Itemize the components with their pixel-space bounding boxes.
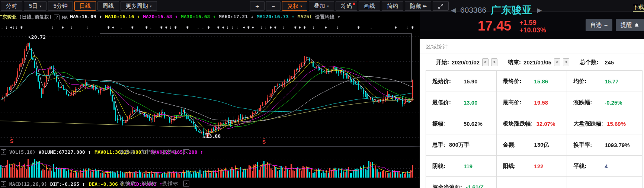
stat-label: 阳线:: [503, 163, 534, 170]
stat-label: 换手率:: [573, 141, 605, 149]
updown-arrow-icon: ↕: [13, 25, 15, 29]
tab-5day[interactable]: 5日▾: [24, 1, 47, 11]
last-price: 17.45: [478, 19, 511, 33]
action-hide[interactable]: 隐藏▶▶: [405, 1, 431, 11]
action-overlay[interactable]: 叠加▾: [309, 1, 334, 11]
action-zoom-in[interactable]: ＋: [250, 1, 265, 11]
price-change: +1.59 +10.03%: [519, 19, 546, 34]
download-link[interactable]: 下载: [633, 4, 644, 12]
updown-arrow-icon: ↕: [236, 25, 238, 29]
macd-close-icon[interactable]: ×: [183, 181, 189, 187]
action-adjust[interactable]: 复权▾: [282, 1, 307, 11]
tab-more-periods[interactable]: 更多周期▾: [121, 1, 157, 11]
updown-arrow-icon: ↕: [265, 25, 267, 29]
end-prev-button[interactable]: <: [554, 58, 560, 66]
alert-button[interactable]: 提醒: [616, 19, 644, 31]
updown-arrow-icon: ↕: [406, 25, 408, 29]
stat-value: 15.86: [534, 78, 548, 85]
ex-rights-star-icon: ✱: [217, 26, 220, 29]
stat-value: 13.00: [464, 99, 478, 106]
watchlist-button[interactable]: 自选 −: [586, 19, 612, 31]
quote-buttons: 自选 − 提醒: [586, 19, 644, 31]
ex-rights-star-icon: ✱: [107, 26, 110, 29]
stat-value: -0.25%: [605, 99, 622, 106]
indicator-value: VOLUME:67327.000 ↑: [38, 149, 91, 155]
stat-label: 阴线:: [432, 163, 464, 170]
ma-header: 广东骏亚 (日线,前复权) ? MA MA5:16.09 ↑MA10:16.16…: [1, 13, 340, 21]
updown-arrow-icon: ↕: [150, 25, 152, 29]
action-chips[interactable]: 筹码: [336, 1, 357, 11]
prev-stock-icon[interactable]: ◀: [451, 6, 456, 14]
candlestick-volume-canvas[interactable]: [0, 12, 420, 188]
updown-arrow-icon: ↕: [71, 25, 73, 29]
macd-control-switch-indicator[interactable]: 换指标: [162, 180, 178, 187]
stat-value: 15.77: [605, 78, 619, 85]
updown-arrow-icon: ↕: [120, 25, 122, 29]
action-simple-mode[interactable]: 简约: [382, 1, 403, 11]
stats-table: 起始价:15.90最终价:15.86均价:15.77最低价:13.00最高价:1…: [426, 70, 643, 188]
ex-rights-star-icon: ✱: [112, 26, 115, 29]
period-tabs: 分时5日▾5分钟日线周线更多周期▾: [1, 0, 157, 12]
next-stock-icon[interactable]: ▶: [537, 6, 542, 14]
ex-rights-star-icon: ✱: [274, 26, 277, 29]
help-icon[interactable]: ?: [1, 149, 6, 155]
end-next-button[interactable]: >: [563, 58, 569, 66]
stat-label: 最高价:: [503, 99, 534, 106]
ex-rights-star-icon: ✱: [411, 26, 414, 29]
tab-5min[interactable]: 5分钟: [48, 1, 73, 11]
ex-rights-star-icon: ✱: [61, 26, 64, 29]
ex-rights-star-icon: ✱: [174, 26, 177, 29]
stat-value: 119: [464, 163, 472, 169]
stat-label: 大盘涨跌幅:: [573, 120, 603, 127]
indicator-value: MA20:16.58 ↑: [143, 14, 178, 20]
action-draw-line[interactable]: 画线: [359, 1, 380, 11]
stats-cell: 板块涨跌幅:32.07%: [497, 113, 567, 134]
updown-arrow-icon: ↕: [52, 25, 54, 29]
help-icon[interactable]: ?: [54, 15, 60, 20]
updown-arrow-icon: ↕: [202, 25, 204, 29]
chevron-down-icon: ▾: [39, 4, 41, 8]
updown-arrow-icon: ↕: [260, 25, 262, 29]
updown-arrow-icon: ↕: [16, 25, 17, 29]
stats-cell: 起始价:15.90: [426, 71, 497, 92]
vol-close-icon[interactable]: ×: [183, 149, 189, 155]
stats-cell: 均价:15.77: [567, 71, 643, 92]
vol-control-switch-indicator[interactable]: 换指标: [162, 149, 178, 156]
ex-rights-star-icon: ✱: [207, 26, 210, 29]
macd-control-edit-params[interactable]: 改参数: [120, 180, 135, 187]
action-zoom-out[interactable]: －: [266, 1, 281, 11]
indicator-value: MA30:16.68 ↑: [181, 14, 216, 20]
updown-arrow-icon: ↕: [170, 25, 172, 29]
range-controls: 开始: 2020/01/02 < > 结束: 2021/01/05 < > 总个…: [420, 54, 644, 70]
vol-pane-controls: 改参数加指标换指标×: [120, 149, 189, 156]
tab-daily[interactable]: 日线: [74, 1, 96, 11]
notification-dot: [353, 3, 355, 5]
chevron-down-icon: ▾: [150, 4, 152, 8]
tab-weekly[interactable]: 周线: [97, 1, 119, 11]
ex-rights-star-icon: ✱: [243, 26, 246, 29]
tab-intraday[interactable]: 分时: [1, 1, 22, 11]
chevron-down-icon: ▾: [300, 4, 302, 8]
ex-rights-star-icon: ✱: [269, 26, 272, 29]
indicator-value: MA120:16.73 ↑: [257, 14, 295, 20]
stat-value: 1093.79%: [605, 142, 630, 148]
region-stats-panel: 区域统计 开始: 2020/01/02 < > 结束: 2021/01/05 <…: [420, 39, 644, 188]
indicator-value: DIF:-0.265 ↑: [50, 181, 85, 187]
stats-cell: [497, 177, 567, 188]
start-prev-button[interactable]: <: [482, 58, 488, 66]
stats-cell: 资金净流向:-1.61亿: [426, 177, 497, 188]
vol-control-edit-params[interactable]: 改参数: [120, 149, 135, 156]
stat-value: 50.62%: [464, 121, 483, 127]
updown-arrow-icon: ↕: [231, 25, 233, 29]
updown-arrow-icon: ↕: [6, 25, 7, 29]
price-row: 17.45 +1.59 +10.03% 自选 − 提醒: [445, 19, 644, 34]
stats-cell: 换手率:1093.79%: [567, 134, 643, 156]
help-icon[interactable]: ?: [1, 181, 6, 187]
vol-control-add-indicator[interactable]: 加指标: [141, 149, 157, 156]
stat-label: 振幅:: [432, 120, 464, 127]
ex-rights-star-icon: ✱: [20, 26, 23, 29]
indicator-value: DEA:-0.306 ↑: [89, 181, 124, 187]
stat-label: 起始价:: [432, 78, 464, 85]
macd-control-add-indicator[interactable]: 加指标: [141, 180, 157, 187]
start-next-button[interactable]: >: [491, 58, 497, 66]
